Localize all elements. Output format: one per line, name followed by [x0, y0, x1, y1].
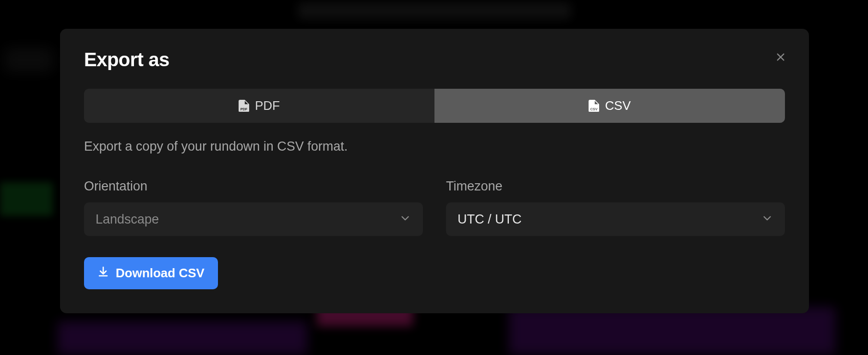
download-csv-button[interactable]: Download CSV: [84, 257, 218, 289]
chevron-down-icon: [399, 212, 411, 226]
orientation-select[interactable]: Landscape: [84, 202, 423, 236]
download-button-label: Download CSV: [116, 266, 205, 281]
tab-pdf-label: PDF: [255, 98, 280, 113]
modal-header: Export as: [84, 49, 785, 71]
orientation-group: Orientation Landscape: [84, 179, 423, 236]
format-tabs: PDF PDF CSV CSV: [84, 89, 785, 123]
timezone-value: UTC / UTC: [458, 212, 521, 227]
export-modal: Export as PDF PDF: [60, 29, 809, 313]
modal-title: Export as: [84, 49, 169, 71]
form-row: Orientation Landscape Timezone UTC / UTC: [84, 179, 785, 236]
tab-csv-label: CSV: [605, 98, 630, 113]
tab-csv[interactable]: CSV CSV: [434, 89, 785, 123]
tab-pdf[interactable]: PDF PDF: [84, 89, 434, 123]
pdf-file-icon: PDF: [239, 100, 249, 112]
close-icon: [775, 52, 786, 64]
svg-text:PDF: PDF: [241, 106, 248, 111]
close-button[interactable]: [773, 50, 788, 66]
orientation-label: Orientation: [84, 179, 423, 194]
export-description: Export a copy of your rundown in CSV for…: [84, 139, 785, 154]
timezone-label: Timezone: [446, 179, 785, 194]
svg-text:CSV: CSV: [591, 106, 598, 111]
chevron-down-icon: [761, 212, 773, 226]
download-icon: [97, 266, 109, 281]
timezone-group: Timezone UTC / UTC: [446, 179, 785, 236]
timezone-select[interactable]: UTC / UTC: [446, 202, 785, 236]
orientation-value: Landscape: [96, 212, 159, 227]
csv-file-icon: CSV: [589, 100, 599, 112]
